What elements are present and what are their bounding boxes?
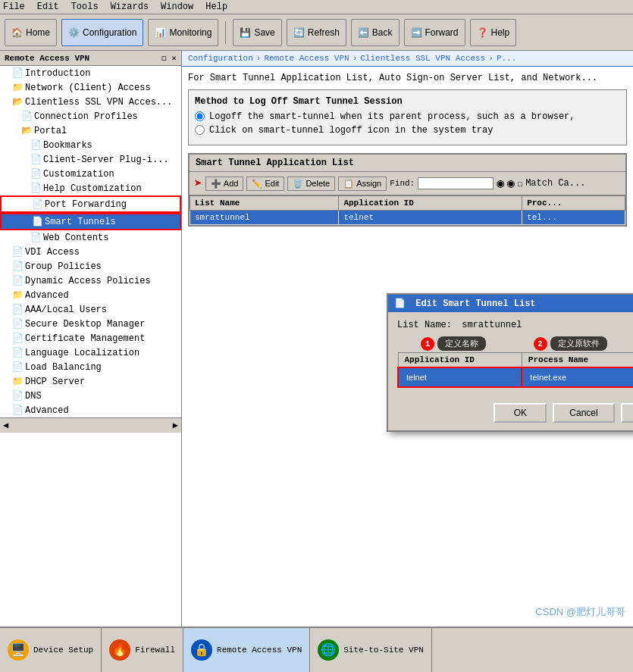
- menu-file[interactable]: File: [3, 2, 25, 12]
- section-description: For Smart Tunnel Application List, Auto …: [188, 73, 627, 83]
- sidebar-scroll-right[interactable]: ▶: [173, 420, 178, 431]
- page-icon-19: 📄: [12, 405, 24, 416]
- dialog-help-button[interactable]: Help: [621, 403, 633, 423]
- cancel-button[interactable]: Cancel: [553, 403, 614, 423]
- app-list-header: Smart Tunnel Application List: [190, 155, 625, 172]
- folder-icon: 📁: [12, 82, 24, 93]
- sidebar-item-certificate[interactable]: 📄 Certificate Management: [0, 331, 181, 345]
- save-button[interactable]: 💾 Save: [233, 19, 281, 46]
- breadcrumb-ssl[interactable]: Clientless SSL VPN Access: [360, 54, 485, 63]
- annotation-row: 1 定义名称 2 定义原软件 3: [397, 336, 633, 351]
- refresh-icon: 🔄: [293, 27, 305, 38]
- sidebar-item-group-policies[interactable]: 📄 Group Policies: [0, 259, 181, 273]
- add-button[interactable]: ➕ Add: [205, 177, 244, 191]
- edit-cell-process-name: [522, 367, 633, 387]
- sidebar-item-secure-desktop[interactable]: 📄 Secure Desktop Manager: [0, 317, 181, 331]
- delete-button[interactable]: 🗑️ Delete: [287, 177, 335, 191]
- home-button[interactable]: 🏠 Home: [5, 19, 57, 46]
- assign-button[interactable]: 📋 Assign: [338, 177, 387, 191]
- menu-tools[interactable]: Tools: [71, 2, 99, 12]
- sidebar-item-web-contents[interactable]: 📄 Web Contents: [0, 230, 181, 245]
- find-next[interactable]: ◉: [507, 176, 515, 191]
- breadcrumb: Configuration › Remote Access VPN › Clie…: [182, 51, 633, 67]
- configuration-button[interactable]: ⚙️ Configuration: [61, 19, 143, 46]
- sidebar-item-dhcp[interactable]: 📁 DHCP Server: [0, 374, 181, 389]
- annotation-text-2: 定义原软件: [550, 336, 607, 351]
- sidebar-item-dns[interactable]: 📄 DNS: [0, 389, 181, 403]
- sidebar-item-introduction[interactable]: 📄 Introduction: [0, 66, 181, 80]
- menu-help[interactable]: Help: [205, 2, 227, 12]
- content-body: For Smart Tunnel Application List, Auto …: [182, 67, 633, 317]
- help-icon: ❓: [477, 27, 488, 38]
- page-icon-17: 📄: [12, 361, 24, 373]
- sidebar-item-bookmarks[interactable]: 📄 Bookmarks: [0, 138, 181, 152]
- sidebar-collapse[interactable]: ◻ ✕: [161, 53, 177, 63]
- page-icon-16: 📄: [12, 347, 24, 358]
- sidebar-item-advanced-2[interactable]: 📄 Advanced: [0, 403, 181, 417]
- menu-edit[interactable]: Edit: [37, 2, 59, 12]
- bottom-nav-site-to-site[interactable]: 🌐 Site-to-Site VPN: [310, 628, 432, 672]
- sidebar-scroll-controls: ◀ ▶: [0, 417, 181, 433]
- edit-button[interactable]: ✏️ Edit: [246, 177, 284, 191]
- breadcrumb-config[interactable]: Configuration: [188, 54, 253, 63]
- col-list-name: List Name: [190, 196, 339, 211]
- sidebar-item-clientless-ssl[interactable]: 📂 Clientless SSL VPN Acces...: [0, 95, 181, 109]
- sidebar-item-portal[interactable]: 📂 Portal: [0, 123, 181, 138]
- delete-icon: 🗑️: [293, 179, 303, 189]
- sidebar-item-language[interactable]: 📄 Language Localization: [0, 345, 181, 360]
- sidebar-item-connection-profiles[interactable]: 📄 Connection Profiles: [0, 109, 181, 123]
- edit-table-row[interactable]: [398, 367, 633, 387]
- annotation-num-1: 1: [421, 337, 434, 351]
- content-area: Configuration › Remote Access VPN › Clie…: [182, 51, 633, 670]
- dialog-title-bar: 📄 Edit Smart Tunnel List ✕: [388, 295, 633, 312]
- bottom-nav-remote-access[interactable]: 🔒 Remote Access VPN: [183, 628, 310, 672]
- cell-proc: tel...: [522, 211, 625, 225]
- folder-icon-4: 📁: [12, 289, 24, 301]
- sidebar-item-smart-tunnels[interactable]: 📄 Smart Tunnels: [0, 213, 181, 230]
- sidebar-wrapper: Remote Access VPN ◻ ✕ 📄 Introduction 📁 N…: [0, 51, 182, 670]
- radio-logoff-tray[interactable]: [195, 125, 205, 135]
- forward-icon: ➡️: [411, 27, 422, 38]
- sidebar-item-vdi-access[interactable]: 📄 VDI Access: [0, 245, 181, 259]
- edit-cell-app-id: [398, 367, 522, 387]
- sidebar-item-client-server[interactable]: 📄 Client-Server Plug-i...: [0, 152, 181, 167]
- cell-app-id: telnet: [339, 211, 522, 225]
- sidebar-item-port-forwarding[interactable]: 📄 Port Forwarding: [0, 195, 181, 213]
- sidebar-item-dynamic-access[interactable]: 📄 Dynamic Access Policies: [0, 273, 181, 288]
- help-button[interactable]: ❓ Help: [470, 19, 517, 46]
- sidebar-item-load-balancing[interactable]: 📄 Load Balancing: [0, 360, 181, 374]
- bottom-nav: 🖥️ Device Setup 🔥 Firewall 🔒 Remote Acce…: [0, 627, 633, 672]
- sidebar-item-customization[interactable]: 📄 Customization: [0, 167, 181, 181]
- page-icon-8: 📄: [32, 216, 43, 227]
- breadcrumb-vpn[interactable]: Remote Access VPN: [264, 54, 349, 63]
- dialog-button-row: OK Cancel Help: [388, 395, 633, 430]
- radio-logoff-parent[interactable]: [195, 111, 205, 121]
- device-setup-icon: 🖥️: [8, 639, 29, 661]
- bottom-nav-device-setup[interactable]: 🖥️ Device Setup: [0, 628, 102, 672]
- monitoring-button[interactable]: 📊 Monitoring: [148, 19, 218, 46]
- sidebar-item-aaa[interactable]: 📄 AAA/Local Users: [0, 302, 181, 317]
- ok-button[interactable]: OK: [494, 403, 547, 423]
- sidebar-item-help-customization[interactable]: 📄 Help Customization: [0, 181, 181, 195]
- edit-input-app-id[interactable]: [403, 371, 516, 383]
- find-prev[interactable]: ◉: [497, 176, 504, 191]
- sidebar-item-network-client[interactable]: 📁 Network (Client) Access: [0, 80, 181, 95]
- folder-icon-2: 📂: [12, 96, 24, 108]
- sidebar-item-advanced-1[interactable]: 📁 Advanced: [0, 288, 181, 302]
- edit-input-process-name[interactable]: [527, 371, 633, 383]
- sidebar-scroll-left[interactable]: ◀: [3, 420, 8, 431]
- refresh-button[interactable]: 🔄 Refresh: [287, 19, 346, 46]
- forward-button[interactable]: ➡️ Forward: [404, 19, 465, 46]
- back-button[interactable]: ⬅️ Back: [351, 19, 400, 46]
- find-input[interactable]: [418, 177, 494, 189]
- sidebar-content: 📄 Introduction 📁 Network (Client) Access…: [0, 66, 181, 417]
- menu-wizards[interactable]: Wizards: [111, 2, 149, 12]
- toolbar: 🏠 Home ⚙️ Configuration 📊 Monitoring 💾 S…: [0, 14, 633, 51]
- edit-col-process-name: Process Name: [522, 353, 633, 368]
- menu-window[interactable]: Window: [161, 2, 193, 12]
- col-proc: Proc...: [522, 196, 625, 211]
- method-box: Method to Log Off Smart Tunnel Session L…: [188, 89, 627, 145]
- edit-col-app-id: Application ID: [398, 353, 522, 368]
- table-row[interactable]: smrattunnel telnet tel...: [190, 211, 625, 225]
- bottom-nav-firewall[interactable]: 🔥 Firewall: [102, 628, 183, 672]
